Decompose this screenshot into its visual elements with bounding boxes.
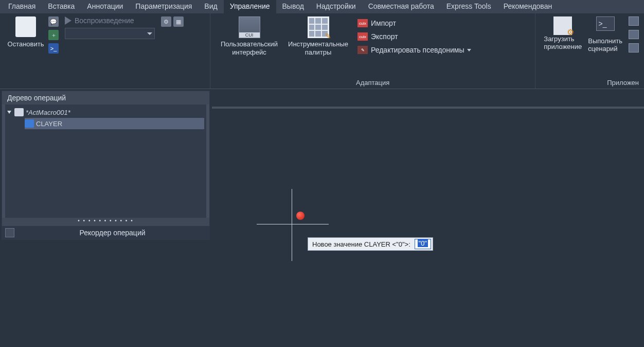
expand-icon[interactable]	[7, 111, 11, 114]
menu-item-home[interactable]: Главная	[2, 0, 42, 13]
palettes-button[interactable]: Инструментальные палитры	[288, 16, 348, 56]
import-label: Импорт	[371, 19, 396, 27]
chevron-down-icon	[147, 32, 152, 35]
macro-dropdown[interactable]	[65, 28, 155, 39]
apps-group-label: Приложен	[541, 77, 639, 89]
panel-header: Дерево операций	[2, 91, 209, 105]
import-button[interactable]: cuix Импорт	[357, 16, 471, 30]
recording-dot-icon	[296, 212, 305, 220]
recorder-group-label	[5, 85, 205, 89]
stop-record-button[interactable]: Остановить	[5, 16, 46, 48]
panel-footer-label: Рекордер операций	[19, 229, 206, 237]
menu-item-addins[interactable]: Надстройки	[310, 0, 362, 13]
stop-icon	[15, 16, 36, 37]
menu-item-insert[interactable]: Вставка	[42, 0, 81, 13]
aliases-button[interactable]: ✎ Редактировать псевдонимы	[357, 43, 471, 57]
menu-item-collab[interactable]: Совместная работа	[362, 0, 440, 13]
load-app-button[interactable]: ⚙ Загрузить приложение	[544, 16, 582, 50]
cui-icon	[239, 16, 260, 38]
ribbon: Остановить 💬 ＋ >_ Воспроизведение ⚙	[0, 13, 644, 89]
export-button[interactable]: cuix Экспорт	[357, 30, 471, 43]
apps-extra-buttons	[629, 16, 639, 53]
adaptation-group-label: Адаптация	[216, 77, 530, 89]
export-label: Экспорт	[371, 32, 398, 41]
lisp-icon[interactable]	[629, 30, 639, 39]
palettes-label-1: Инструментальные	[288, 40, 348, 48]
macro-name: *ActMacro001*	[26, 109, 70, 116]
run-script-label-1: Выполнить	[588, 37, 622, 45]
macro-options-icon[interactable]: ⚙	[161, 16, 171, 27]
cuix-import-icon: cuix	[357, 19, 368, 27]
tree-child-label: CLAYER	[36, 120, 62, 128]
menu-item-param[interactable]: Параметризация	[129, 0, 198, 13]
console-step-icon[interactable]: >_	[48, 43, 59, 54]
command-prompt-text: Новое значение CLAYER <"0">:	[308, 240, 415, 248]
menu-bar: Главная Вставка Аннотации Параметризация…	[0, 0, 644, 13]
palettes-icon	[308, 16, 329, 38]
macro-icon	[14, 108, 24, 116]
panel-footer: Рекордер операций	[2, 226, 209, 239]
recorder-extra-buttons: ⚙	[161, 16, 171, 27]
terminal-icon: >_	[596, 16, 615, 31]
recorder-extra-buttons-2: ▦	[173, 16, 184, 27]
menu-item-annotations[interactable]: Аннотации	[81, 0, 129, 13]
menu-item-manage[interactable]: Управление	[224, 0, 276, 13]
command-icon	[25, 119, 34, 128]
crosshair-horizontal	[257, 224, 329, 224]
vba-icon[interactable]	[629, 16, 639, 26]
play-icon	[65, 16, 71, 25]
action-recorder-panel: Дерево операций *ActMacro001* CLAYER • •…	[2, 91, 210, 240]
menu-item-view[interactable]: Вид	[198, 0, 223, 13]
ribbon-group-recorder: Остановить 💬 ＋ >_ Воспроизведение ⚙	[0, 13, 210, 89]
run-script-label-2: сценарий	[588, 45, 617, 53]
panel-footer-icon[interactable]	[5, 228, 14, 237]
recorder-small-buttons: 💬 ＋ >_	[48, 16, 59, 54]
command-prompt-input[interactable]: "0"	[415, 239, 431, 249]
stop-label: Остановить	[8, 40, 44, 48]
cui-button[interactable]: Пользовательский интерфейс	[221, 16, 278, 56]
tree-child-clayer[interactable]: CLAYER	[25, 118, 204, 129]
menu-item-output[interactable]: Вывод	[276, 0, 310, 13]
play-label: Воспроизведение	[75, 16, 134, 25]
macro-manage-icon[interactable]: ▦	[173, 16, 184, 27]
speech-bubble-icon[interactable]: 💬	[48, 16, 59, 27]
play-button[interactable]: Воспроизведение	[65, 16, 155, 25]
command-prompt-tooltip: Новое значение CLAYER <"0">: "0"	[308, 237, 433, 251]
panel-resize-handle[interactable]: • • • • • • • • • • •	[2, 218, 209, 226]
cui-label-1: Пользовательский	[221, 40, 278, 48]
run-script-button[interactable]: >_ Выполнить сценарий	[588, 16, 622, 53]
palettes-label-2: палитры	[305, 48, 332, 56]
operation-tree[interactable]: *ActMacro001* CLAYER	[5, 105, 206, 218]
tree-macro-row[interactable]: *ActMacro001*	[7, 107, 204, 118]
crosshair-vertical	[292, 189, 292, 261]
arx-icon[interactable]	[629, 43, 639, 53]
cuix-export-icon: cuix	[357, 32, 368, 41]
cui-label-2: интерфейс	[232, 48, 266, 56]
ribbon-group-adaptation: Пользовательский интерфейс Инструменталь…	[210, 13, 535, 89]
load-app-label-2: приложение	[544, 43, 582, 50]
load-app-icon: ⚙	[553, 16, 572, 35]
ribbon-group-apps: ⚙ Загрузить приложение >_ Выполнить сцен…	[535, 13, 644, 89]
add-step-icon[interactable]: ＋	[48, 30, 59, 40]
menu-item-express[interactable]: Express Tools	[440, 0, 497, 13]
menu-item-featured[interactable]: Рекомендован	[497, 0, 558, 13]
aliases-label: Редактировать псевдонимы	[371, 46, 464, 54]
aliases-icon: ✎	[357, 46, 368, 54]
